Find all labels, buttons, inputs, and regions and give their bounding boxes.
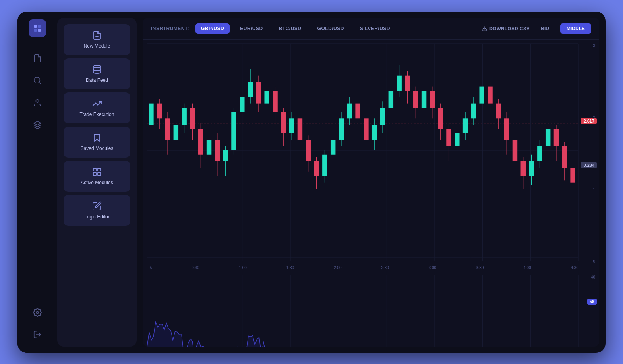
new-module-item[interactable]: New Module: [64, 24, 130, 55]
x-label-5: 2:00: [334, 266, 341, 270]
middle-button[interactable]: MIDDLE: [560, 23, 591, 34]
gbpusd-button[interactable]: GBP/USD: [195, 23, 230, 34]
data-feed-item[interactable]: Data Feed: [64, 58, 130, 89]
btcusd-button[interactable]: BTC/USD: [273, 23, 307, 34]
x-label-6: 2:30: [381, 266, 389, 270]
download-csv-button[interactable]: DOWNLOAD CSV: [482, 26, 530, 31]
svg-rect-1: [38, 25, 41, 28]
device-frame: New Module Data Feed Trade Execution Sav…: [17, 12, 606, 353]
user-nav-icon[interactable]: [29, 94, 46, 112]
grid-icon: [92, 167, 102, 177]
svg-rect-0: [34, 25, 37, 28]
svg-rect-16: [93, 173, 96, 175]
download-icon: [482, 26, 487, 31]
x-label-3: 1:00: [239, 266, 246, 270]
logout-nav-icon[interactable]: [29, 326, 46, 343]
svg-marker-7: [34, 121, 41, 125]
trending-up-icon: [92, 99, 102, 108]
svg-rect-3: [38, 29, 41, 32]
instrument-label: INSRTRUMENT:: [151, 26, 189, 31]
x-label-9: 4:00: [523, 266, 531, 270]
goldusd-button[interactable]: GOLD/USD: [312, 23, 350, 34]
active-modules-item[interactable]: Active Modules: [64, 161, 130, 192]
search-nav-icon[interactable]: [29, 72, 46, 89]
main-area: INSRTRUMENT: GBP/USD EUR/USD BTC/USD GOL…: [137, 12, 606, 353]
silverusd-button[interactable]: SILVER/USD: [354, 23, 396, 34]
eurusd-button[interactable]: EUR/USD: [234, 23, 269, 34]
logo: [29, 19, 46, 37]
chart-container: INSRTRUMENT: GBP/USD EUR/USD BTC/USD GOL…: [143, 18, 599, 347]
svg-rect-14: [98, 168, 101, 171]
candlestick-chart: 2.617 0.234 .5 0:30 1:00 1:30 2:00 2:30 …: [143, 40, 599, 271]
document-nav-icon[interactable]: [29, 50, 46, 67]
database-icon: [92, 65, 102, 74]
x-label-8: 3:30: [476, 266, 484, 270]
price-low-badge: 0.234: [581, 162, 597, 168]
x-label-1: .5: [149, 266, 152, 270]
indicator-chart: 56 .5 0:30 1:00 1:30 2:00 2:30 3:00 3:30…: [143, 271, 599, 347]
logic-editor-item[interactable]: Logic Editor: [64, 195, 130, 226]
svg-line-5: [39, 82, 41, 84]
svg-point-6: [36, 99, 39, 102]
svg-point-8: [36, 311, 39, 314]
x-label-7: 3:00: [429, 266, 436, 270]
indicator-value-badge: 56: [587, 299, 597, 305]
icon-sidebar: [17, 12, 57, 353]
indicator-canvas: [143, 271, 599, 347]
price-high-badge: 2.617: [581, 118, 597, 124]
svg-rect-2: [34, 29, 37, 32]
x-label-2: 0:30: [192, 266, 199, 270]
module-sidebar: New Module Data Feed Trade Execution Sav…: [57, 18, 137, 347]
trade-execution-item[interactable]: Trade Execution: [64, 92, 130, 123]
layers-nav-icon[interactable]: [29, 116, 46, 134]
x-label-10: 4:30: [571, 266, 578, 270]
svg-rect-13: [93, 168, 96, 171]
x-label-4: 1:30: [286, 266, 294, 270]
svg-rect-15: [98, 173, 101, 175]
chart-body: 2.617 0.234 .5 0:30 1:00 1:30 2:00 2:30 …: [143, 40, 599, 347]
edit-icon: [92, 201, 102, 211]
bid-button[interactable]: BID: [534, 23, 555, 34]
svg-point-12: [93, 65, 101, 68]
candle-canvas: [143, 40, 599, 269]
saved-modules-item[interactable]: Saved Modules: [64, 127, 130, 158]
chart-header: INSRTRUMENT: GBP/USD EUR/USD BTC/USD GOL…: [143, 18, 599, 40]
bookmark-icon: [92, 133, 102, 143]
settings-nav-icon[interactable]: [29, 304, 46, 321]
file-plus-icon: [92, 31, 102, 40]
